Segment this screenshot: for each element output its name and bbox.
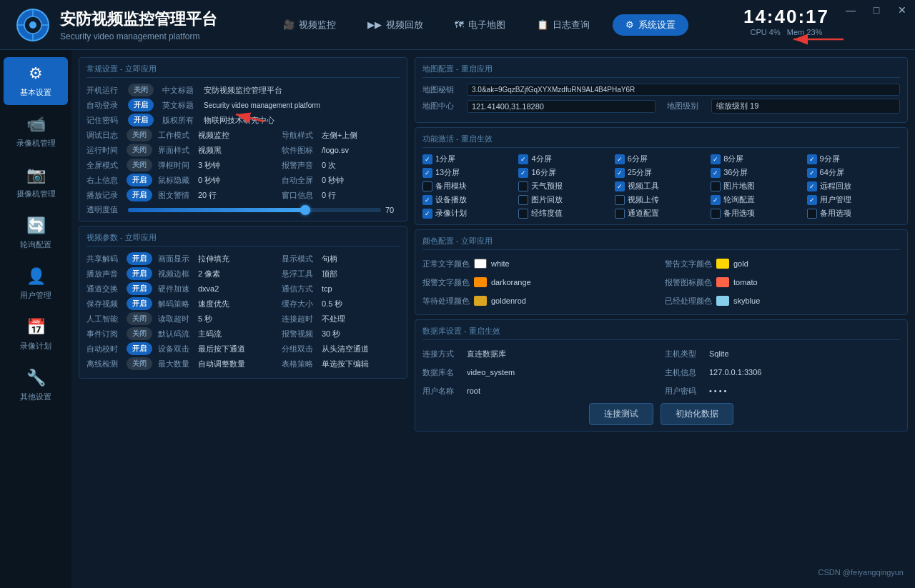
toggle-play-sound[interactable]: 开启: [127, 267, 152, 280]
feature-label-weather: 天气预报: [531, 181, 563, 191]
feature-item-picture-map: 图片地图: [711, 181, 803, 191]
slider-track[interactable]: [128, 208, 381, 212]
map-level-value[interactable]: 缩放级别 19: [711, 99, 900, 114]
map-center-value[interactable]: 121.41400,31.18280: [467, 100, 656, 113]
toggle-shared-decode[interactable]: 开启: [127, 252, 152, 265]
close-button[interactable]: ✕: [889, 0, 915, 20]
color-swatch-warning[interactable]: [716, 259, 729, 269]
feature-item-device-play: 设备播放: [422, 194, 515, 205]
video-row-5: 人工智能 关闭 读取超时 5 秒 连接超时 不处理: [86, 312, 400, 325]
toggle-channel-swap[interactable]: 开启: [127, 282, 152, 295]
value-display-mode: 句柄: [322, 254, 400, 264]
checkbox-64-screen[interactable]: [807, 168, 817, 178]
map-secret-value[interactable]: 3.0&ak=9GqzBZjfGqXYXMzdfuRN9AL4B4PHaY6R: [467, 84, 900, 96]
sidebar-item-basic-settings[interactable]: ⚙ 基本设置: [4, 57, 68, 105]
checkbox-weather[interactable]: [518, 181, 528, 191]
feature-item-13: 13分屏: [422, 167, 515, 178]
sidebar-item-user[interactable]: 👤 用户管理: [4, 260, 68, 308]
transparency-slider-row: 透明度值 70: [86, 204, 400, 215]
color-swatch-alarm[interactable]: [474, 277, 487, 287]
checkbox-1-screen[interactable]: [422, 154, 432, 164]
checkbox-spare-option2[interactable]: [807, 209, 817, 219]
color-swatch-processed[interactable]: [716, 296, 729, 306]
nav-log-query[interactable]: 📋 日志查询: [528, 14, 598, 36]
toggle-debug-log[interactable]: 关闭: [127, 129, 152, 141]
feature-label-backup-module: 备用模块: [435, 181, 467, 191]
checkbox-picture-playback[interactable]: [518, 195, 528, 205]
maximize-button[interactable]: □: [864, 0, 889, 20]
sidebar-item-polling[interactable]: 🔄 轮询配置: [4, 209, 68, 257]
toggle-startup[interactable]: 关闭: [128, 84, 154, 96]
nav-bar: 🎥 视频监控 ▶▶ 视频回放 🗺 电子地图 📋 日志查询 ⚙ 系统设置: [274, 14, 688, 36]
color-swatch-pending[interactable]: [474, 296, 487, 306]
value-read-timeout: 5 秒: [198, 314, 276, 324]
checkbox-4-screen[interactable]: [518, 154, 528, 164]
checkbox-remote-playback[interactable]: [807, 181, 817, 191]
value-nav-style: 左侧+上侧: [322, 130, 400, 141]
toggle-event-sub[interactable]: 关闭: [127, 327, 152, 340]
nav-video-playback[interactable]: ▶▶ 视频回放: [359, 14, 432, 36]
toggle-fullscreen[interactable]: 关闭: [127, 159, 152, 171]
nav-video-monitor[interactable]: 🎥 视频监控: [274, 14, 345, 36]
label-event-sub: 事件订阅: [86, 329, 124, 339]
nav-electronic-map[interactable]: 🗺 电子地图: [446, 14, 514, 36]
nav-system-settings[interactable]: ⚙ 系统设置: [613, 14, 688, 36]
label-remember-pwd: 记住密码: [86, 115, 124, 126]
checkbox-6-screen[interactable]: [615, 154, 625, 164]
color-swatch-normal[interactable]: [474, 259, 487, 269]
feature-label-spare-option2: 备用选项: [820, 208, 851, 219]
checkbox-spare-option1[interactable]: [711, 209, 721, 219]
feature-label-8-screen: 8分屏: [723, 154, 743, 164]
feature-item-25: 25分屏: [615, 167, 708, 178]
window-controls: — □ ✕: [838, 0, 915, 20]
checkbox-8-screen[interactable]: [711, 154, 721, 164]
user-icon: 👤: [26, 267, 46, 286]
sidebar-item-camera[interactable]: 📷 摄像机管理: [4, 159, 68, 206]
checkbox-video-tools[interactable]: [615, 181, 625, 191]
color-label-normal-text: 正常文字颜色: [422, 259, 470, 269]
btn-test-connection[interactable]: 连接测试: [589, 403, 653, 425]
toggle-top-right-info[interactable]: 开启: [127, 174, 152, 186]
color-label-warning-text: 警告文字颜色: [665, 259, 712, 269]
feature-activation-section: 功能激活 - 重启生效 1分屏 4分屏 6分屏: [415, 127, 908, 225]
toggle-run-time[interactable]: 关闭: [127, 144, 152, 156]
toggle-play-record[interactable]: 开启: [127, 189, 152, 201]
checkbox-latlong[interactable]: [518, 209, 528, 219]
checkbox-recording-plan[interactable]: [422, 209, 432, 219]
color-swatch-alarm-icon[interactable]: [716, 277, 729, 287]
checkbox-polling-config[interactable]: [711, 195, 721, 205]
color-row-alarm-icon: 报警图标颜色 tomato: [665, 274, 900, 290]
color-name-alarm: darkorange: [491, 278, 531, 286]
checkbox-36-screen[interactable]: [711, 168, 721, 178]
basic-row-6: 全屏模式 关闭 弹框时间 3 秒钟 报警声音 0 次: [86, 159, 400, 171]
checkbox-device-play[interactable]: [422, 195, 432, 205]
value-alarm-video: 30 秒: [322, 329, 400, 339]
sidebar-item-recording-plan[interactable]: 📅 录像计划: [4, 311, 68, 359]
toggle-auto-login[interactable]: 开启: [128, 99, 154, 111]
sidebar-item-other-settings[interactable]: 🔧 其他设置: [4, 362, 68, 409]
map-level-label: 地图级别: [667, 101, 707, 111]
checkbox-user-management[interactable]: [807, 195, 817, 205]
checkbox-16-screen[interactable]: [518, 168, 528, 178]
toggle-save-video[interactable]: 开启: [127, 297, 152, 310]
db-config-section: 数据库设置 - 重启生效 连接方式 直连数据库 主机类型 Sqlite 数据库名…: [415, 319, 908, 432]
checkbox-picture-map[interactable]: [711, 181, 721, 191]
checkbox-25-screen[interactable]: [615, 168, 625, 178]
checkbox-13-screen[interactable]: [422, 168, 432, 178]
checkbox-backup-module[interactable]: [422, 181, 432, 191]
value-group-dblclick: 从头清空通道: [322, 344, 400, 354]
sidebar-item-recorder[interactable]: 📹 录像机管理: [4, 108, 68, 156]
feature-item-spare-option1: 备用选项: [711, 208, 803, 219]
feature-item-6: 6分屏: [615, 154, 708, 164]
toggle-auto-time[interactable]: 开启: [127, 342, 152, 355]
db-username-value: root: [467, 387, 480, 395]
minimize-button[interactable]: —: [838, 0, 864, 20]
toggle-ai[interactable]: 关闭: [127, 312, 152, 325]
checkbox-9-screen[interactable]: [807, 154, 817, 164]
toggle-remember-pwd[interactable]: 开启: [128, 114, 154, 126]
checkbox-video-upload[interactable]: [615, 195, 625, 205]
slider-thumb[interactable]: [300, 205, 310, 215]
btn-init-db[interactable]: 初始化数据: [661, 403, 733, 425]
checkbox-channel-config[interactable]: [615, 209, 625, 219]
toggle-offline-detect[interactable]: 关闭: [127, 357, 152, 370]
